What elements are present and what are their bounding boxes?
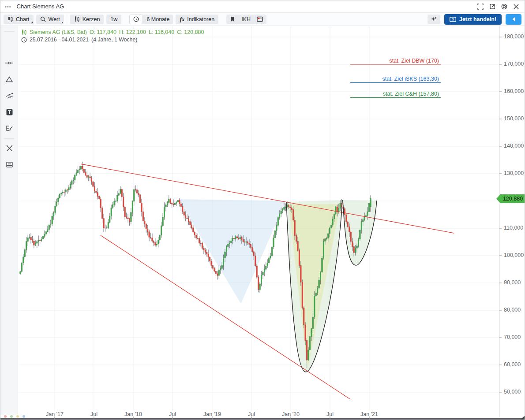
- y-axis-label: 150,000: [504, 115, 525, 122]
- template-ikh-button[interactable]: IKH: [237, 15, 255, 24]
- widget-menu-icon[interactable]: •••: [5, 4, 11, 9]
- date-range: 25.07.2016 - 04.01.2021: [30, 37, 89, 43]
- panel-layout-button[interactable]: [255, 15, 266, 24]
- x-axis-label: Jul: [81, 411, 107, 417]
- title-bar: ••• Chart Siemens AG: [0, 0, 525, 13]
- chevron-left-icon: [512, 17, 516, 22]
- template-group: IKH: [226, 15, 266, 24]
- target-label: stat. Ziel C&H (157,80): [383, 91, 439, 97]
- magic-tools-button[interactable]: [428, 15, 440, 24]
- edit-tool[interactable]: [0, 122, 18, 134]
- chart-type-button[interactable]: Chart: [4, 15, 34, 24]
- x-axis-label: Jul: [159, 411, 186, 417]
- symbol-label[interactable]: Siemens AG (L&S, Bid): [30, 29, 87, 35]
- y-axis-label: 60,000: [504, 361, 525, 368]
- shape-tool[interactable]: [0, 73, 18, 85]
- candlestick-icon: [21, 30, 27, 35]
- x-axis-label: Jul: [317, 411, 343, 417]
- sparkle-icon: [431, 16, 437, 22]
- x-axis-label: Jan '20: [278, 411, 304, 417]
- y-axis-label: 50,000: [504, 389, 525, 395]
- indicators-button[interactable]: fx Indikatoren: [176, 15, 218, 24]
- collapse-panel-button[interactable]: [506, 14, 521, 25]
- y-axis-label: 180,000: [504, 33, 525, 40]
- date-range-legend: 25.07.2016 - 04.01.2021 (4 Jahre, 1 Woch…: [21, 37, 137, 43]
- layout-tool[interactable]: [0, 158, 18, 171]
- dropdown-corner: [31, 22, 33, 23]
- panel-icon: [257, 16, 263, 22]
- trendline-tool[interactable]: [0, 57, 18, 69]
- interval-button[interactable]: 1w: [106, 15, 121, 24]
- color-dot-yellow: [16, 415, 19, 418]
- x-axis-label: Jan '18: [120, 411, 146, 417]
- symmetric-triangle-pattern: [178, 199, 286, 304]
- fx-icon: fx: [180, 16, 184, 23]
- price-badge: 120,880: [500, 194, 525, 203]
- chart-toolbar: Chart Wert Kerzen 1w 6 Monate: [0, 13, 525, 26]
- target-label: stat. Ziel iSKS (163,30): [382, 76, 439, 82]
- candle-style-button[interactable]: Kerzen: [70, 15, 104, 24]
- bookmark-button[interactable]: [226, 15, 237, 24]
- candlestick-icon: [8, 16, 13, 22]
- chart-window: stat. Ziel DBW (170)stat. Ziel iSKS (163…: [0, 0, 525, 420]
- close-icon[interactable]: [512, 3, 520, 11]
- color-dot-blue: [22, 415, 25, 418]
- y-axis-label: 130,000: [504, 170, 525, 176]
- x-axis-label: Jan '19: [199, 411, 225, 417]
- pattern-tool[interactable]: [0, 89, 18, 102]
- chart-canvas[interactable]: stat. Ziel DBW (170)stat. Ziel iSKS (163…: [0, 0, 525, 420]
- color-dot-green: [10, 415, 13, 418]
- duration: (4 Jahre, 1 Woche): [91, 37, 137, 43]
- y-axis-label: 90,000: [504, 279, 525, 286]
- target-icon[interactable]: [500, 3, 508, 11]
- fullscreen-icon[interactable]: [476, 3, 484, 11]
- x-axis-label: Jan '21: [356, 411, 382, 417]
- candlestick-icon: [74, 16, 80, 22]
- tools-crossed[interactable]: [0, 142, 18, 154]
- y-axis-label: 110,000: [504, 225, 525, 231]
- banknote-icon: [450, 17, 456, 22]
- search-icon: [40, 16, 46, 22]
- drawing-toolbar: [0, 26, 18, 415]
- range-label[interactable]: 6 Monate: [143, 15, 173, 24]
- clock-icon: [133, 16, 139, 22]
- window-title: Chart Siemens AG: [17, 3, 64, 10]
- instrument-search-button[interactable]: Wert: [36, 15, 64, 24]
- y-axis-label: 140,000: [504, 143, 525, 149]
- y-axis-label: 80,000: [504, 307, 525, 313]
- x-axis-label: Jan '17: [41, 411, 68, 417]
- clock-segment[interactable]: [129, 15, 143, 24]
- color-dot-red: [4, 415, 7, 418]
- trade-now-button[interactable]: Jetzt handeln!: [444, 14, 502, 25]
- text-tool[interactable]: [0, 106, 18, 118]
- y-axis-label: 170,000: [504, 61, 525, 67]
- ohlc-legend: Siemens AG (L&S, Bid) O: 117,840 H: 122,…: [21, 29, 204, 35]
- time-scrollbar: [0, 418, 525, 420]
- dropdown-corner: [61, 22, 63, 23]
- y-axis-label: 70,000: [504, 334, 525, 340]
- y-axis-label: 100,000: [504, 252, 525, 258]
- popout-icon[interactable]: [488, 3, 496, 11]
- x-axis-label: Jul: [238, 411, 265, 417]
- clock-icon: [21, 37, 27, 43]
- y-axis-label: 160,000: [504, 88, 525, 94]
- target-label: stat. Ziel DBW (170): [389, 58, 439, 64]
- bookmark-icon: [230, 16, 235, 22]
- time-range-control[interactable]: 6 Monate: [129, 15, 173, 24]
